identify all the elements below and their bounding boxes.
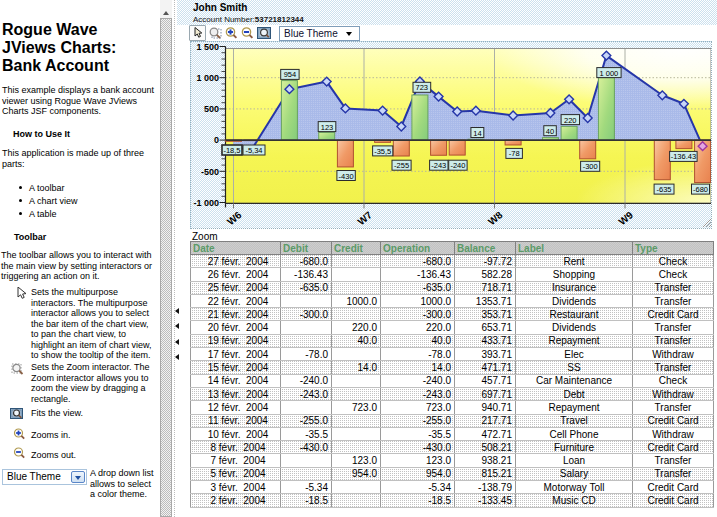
svg-text:-35,5: -35,5 xyxy=(374,147,391,156)
svg-text:723: 723 xyxy=(416,83,429,92)
svg-text:-255: -255 xyxy=(394,161,409,170)
svg-text:14: 14 xyxy=(473,129,481,138)
svg-text:W6: W6 xyxy=(225,209,244,227)
svg-text:-1 000: -1 000 xyxy=(193,198,219,208)
svg-text:-5,34: -5,34 xyxy=(245,146,262,155)
svg-text:1 500: 1 500 xyxy=(196,42,219,52)
svg-text:1 000: 1 000 xyxy=(600,69,619,78)
svg-text:40: 40 xyxy=(546,127,554,136)
svg-text:-240: -240 xyxy=(450,161,465,170)
svg-text:1 000: 1 000 xyxy=(196,73,219,83)
svg-text:W7: W7 xyxy=(355,209,374,227)
svg-text:954: 954 xyxy=(284,70,297,79)
svg-text:-136.43: -136.43 xyxy=(671,152,696,161)
svg-text:-635: -635 xyxy=(656,185,671,194)
svg-text:-430: -430 xyxy=(339,172,354,181)
svg-text:220: 220 xyxy=(564,116,577,125)
svg-text:-300: -300 xyxy=(583,162,598,171)
svg-text:-78: -78 xyxy=(509,149,520,158)
svg-text:-500: -500 xyxy=(201,167,219,177)
svg-text:W9: W9 xyxy=(616,209,635,227)
svg-text:-680: -680 xyxy=(693,185,708,194)
svg-text:123: 123 xyxy=(321,123,334,132)
svg-text:0: 0 xyxy=(214,135,219,145)
svg-text:500: 500 xyxy=(204,104,219,114)
svg-text:-243: -243 xyxy=(431,161,446,170)
svg-text:-18,5: -18,5 xyxy=(223,146,240,155)
svg-text:W8: W8 xyxy=(486,209,505,227)
